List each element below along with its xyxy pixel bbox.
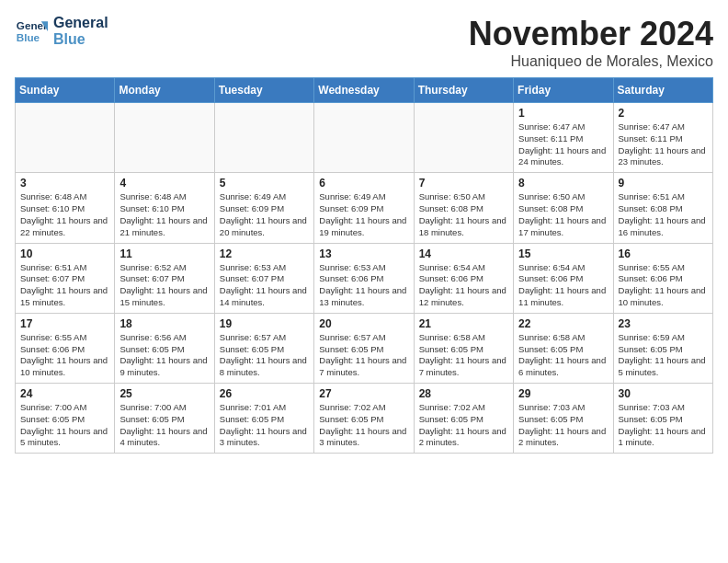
day-info: Sunrise: 6:54 AMSunset: 6:06 PMDaylight:… [419,262,508,309]
day-info: Sunrise: 6:59 AMSunset: 6:05 PMDaylight:… [619,332,708,379]
day-info: Sunrise: 6:50 AMSunset: 6:08 PMDaylight:… [518,191,608,238]
day-info: Sunrise: 7:02 AMSunset: 6:05 PMDaylight:… [319,402,408,449]
svg-text:General: General [17,19,48,31]
table-row: 4Sunrise: 6:48 AMSunset: 6:10 PMDaylight… [115,173,214,243]
table-row: 13Sunrise: 6:53 AMSunset: 6:06 PMDayligh… [314,243,414,313]
table-row: 11Sunrise: 6:52 AMSunset: 6:07 PMDayligh… [115,243,214,313]
table-row: 27Sunrise: 7:02 AMSunset: 6:05 PMDayligh… [314,384,414,454]
title-block: November 2024 Huaniqueo de Morales, Mexi… [469,15,713,70]
day-info: Sunrise: 7:01 AMSunset: 6:05 PMDaylight:… [220,402,309,449]
logo-line1: General [53,15,108,31]
table-row [115,103,214,173]
day-info: Sunrise: 6:55 AMSunset: 6:06 PMDaylight:… [619,262,708,309]
day-number: 29 [518,387,608,400]
day-number: 2 [619,107,708,120]
day-number: 23 [619,317,708,330]
day-info: Sunrise: 6:58 AMSunset: 6:05 PMDaylight:… [518,332,608,379]
day-info: Sunrise: 6:51 AMSunset: 6:08 PMDaylight:… [619,191,708,238]
day-info: Sunrise: 7:00 AMSunset: 6:05 PMDaylight:… [20,402,109,449]
day-info: Sunrise: 7:02 AMSunset: 6:05 PMDaylight:… [419,402,508,449]
day-number: 11 [119,247,209,260]
table-row: 20Sunrise: 6:57 AMSunset: 6:05 PMDayligh… [314,313,414,383]
header-saturday: Saturday [613,78,712,103]
table-row: 25Sunrise: 7:00 AMSunset: 6:05 PMDayligh… [115,384,214,454]
day-info: Sunrise: 7:03 AMSunset: 6:05 PMDaylight:… [518,402,608,449]
day-number: 14 [419,247,508,260]
table-row: 8Sunrise: 6:50 AMSunset: 6:08 PMDaylight… [514,173,613,243]
table-row: 23Sunrise: 6:59 AMSunset: 6:05 PMDayligh… [613,313,712,383]
table-row: 17Sunrise: 6:55 AMSunset: 6:06 PMDayligh… [16,313,115,383]
table-row: 19Sunrise: 6:57 AMSunset: 6:05 PMDayligh… [214,313,313,383]
table-row: 29Sunrise: 7:03 AMSunset: 6:05 PMDayligh… [514,384,613,454]
table-row: 24Sunrise: 7:00 AMSunset: 6:05 PMDayligh… [16,384,115,454]
table-row: 18Sunrise: 6:56 AMSunset: 6:05 PMDayligh… [115,313,214,383]
table-row [214,103,313,173]
header-friday: Friday [514,78,613,103]
day-number: 4 [119,177,209,190]
page-header: General Blue General Blue November 2024 … [15,15,713,70]
day-number: 16 [619,247,708,260]
day-number: 15 [518,247,608,260]
table-row: 9Sunrise: 6:51 AMSunset: 6:08 PMDaylight… [613,173,712,243]
calendar-week-row: 17Sunrise: 6:55 AMSunset: 6:06 PMDayligh… [16,313,713,383]
table-row [314,103,414,173]
day-number: 27 [319,387,408,400]
day-info: Sunrise: 6:55 AMSunset: 6:06 PMDaylight:… [20,332,109,379]
header-tuesday: Tuesday [214,78,313,103]
day-number: 25 [119,387,209,400]
day-number: 6 [319,177,408,190]
svg-text:Blue: Blue [17,31,40,43]
header-monday: Monday [115,78,214,103]
table-row [414,103,513,173]
day-number: 10 [20,247,109,260]
day-info: Sunrise: 6:53 AMSunset: 6:07 PMDaylight:… [220,262,309,309]
day-number: 26 [220,387,309,400]
table-row: 14Sunrise: 6:54 AMSunset: 6:06 PMDayligh… [414,243,513,313]
day-number: 5 [220,177,309,190]
day-info: Sunrise: 6:49 AMSunset: 6:09 PMDaylight:… [319,191,408,238]
table-row: 2Sunrise: 6:47 AMSunset: 6:11 PMDaylight… [613,103,712,173]
day-info: Sunrise: 6:58 AMSunset: 6:05 PMDaylight:… [419,332,508,379]
header-sunday: Sunday [16,78,115,103]
header-thursday: Thursday [414,78,513,103]
logo: General Blue General Blue [15,15,108,48]
day-number: 17 [20,317,109,330]
day-number: 21 [419,317,508,330]
day-info: Sunrise: 6:48 AMSunset: 6:10 PMDaylight:… [20,191,109,238]
day-info: Sunrise: 6:50 AMSunset: 6:08 PMDaylight:… [419,191,508,238]
calendar-header-row: Sunday Monday Tuesday Wednesday Thursday… [16,78,713,103]
calendar-table: Sunday Monday Tuesday Wednesday Thursday… [15,77,713,454]
day-info: Sunrise: 6:47 AMSunset: 6:11 PMDaylight:… [518,121,608,168]
table-row: 22Sunrise: 6:58 AMSunset: 6:05 PMDayligh… [514,313,613,383]
calendar-week-row: 1Sunrise: 6:47 AMSunset: 6:11 PMDaylight… [16,103,713,173]
table-row: 12Sunrise: 6:53 AMSunset: 6:07 PMDayligh… [214,243,313,313]
logo-icon: General Blue [15,15,48,48]
day-info: Sunrise: 7:03 AMSunset: 6:05 PMDaylight:… [619,402,708,449]
day-number: 3 [20,177,109,190]
day-info: Sunrise: 6:47 AMSunset: 6:11 PMDaylight:… [619,121,708,168]
table-row: 1Sunrise: 6:47 AMSunset: 6:11 PMDaylight… [514,103,613,173]
day-info: Sunrise: 6:56 AMSunset: 6:05 PMDaylight:… [119,332,209,379]
logo-line2: Blue [53,31,108,48]
table-row: 3Sunrise: 6:48 AMSunset: 6:10 PMDaylight… [16,173,115,243]
day-number: 18 [119,317,209,330]
day-number: 20 [319,317,408,330]
day-number: 1 [518,107,608,120]
day-info: Sunrise: 6:53 AMSunset: 6:06 PMDaylight:… [319,262,408,309]
day-info: Sunrise: 7:00 AMSunset: 6:05 PMDaylight:… [119,402,209,449]
table-row [16,103,115,173]
day-number: 12 [220,247,309,260]
day-number: 8 [518,177,608,190]
day-number: 7 [419,177,508,190]
calendar-week-row: 24Sunrise: 7:00 AMSunset: 6:05 PMDayligh… [16,384,713,454]
table-row: 15Sunrise: 6:54 AMSunset: 6:06 PMDayligh… [514,243,613,313]
table-row: 26Sunrise: 7:01 AMSunset: 6:05 PMDayligh… [214,384,313,454]
table-row: 28Sunrise: 7:02 AMSunset: 6:05 PMDayligh… [414,384,513,454]
day-number: 24 [20,387,109,400]
table-row: 16Sunrise: 6:55 AMSunset: 6:06 PMDayligh… [613,243,712,313]
table-row: 30Sunrise: 7:03 AMSunset: 6:05 PMDayligh… [613,384,712,454]
table-row: 5Sunrise: 6:49 AMSunset: 6:09 PMDaylight… [214,173,313,243]
day-number: 13 [319,247,408,260]
table-row: 7Sunrise: 6:50 AMSunset: 6:08 PMDaylight… [414,173,513,243]
day-number: 22 [518,317,608,330]
